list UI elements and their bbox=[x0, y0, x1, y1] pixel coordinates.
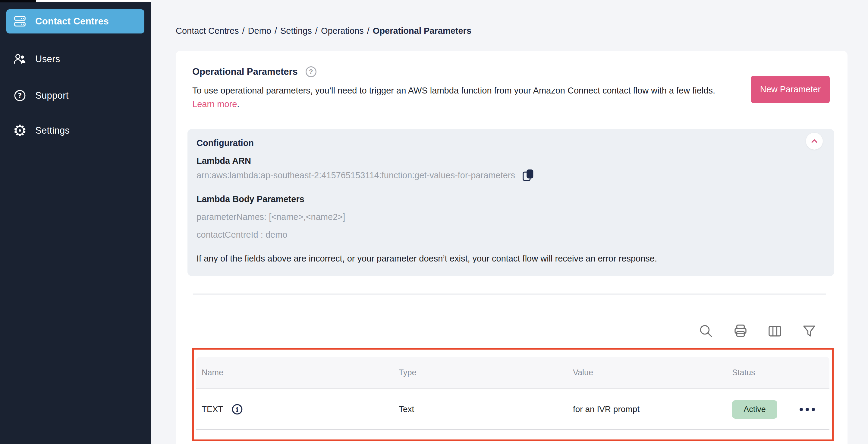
breadcrumb-settings[interactable]: Settings bbox=[280, 26, 312, 36]
main-card: Operational Parameters ? To use operatio… bbox=[176, 51, 847, 444]
column-header-status[interactable]: Status bbox=[732, 368, 830, 377]
top-window-strip bbox=[36, 0, 151, 2]
cell-value: for an IVR prompt bbox=[573, 405, 732, 414]
settings-icon: ⚙ bbox=[13, 124, 27, 138]
chevron-up-icon bbox=[809, 136, 819, 146]
configuration-panel: Configuration Lambda ARN arn:aws:lambda:… bbox=[187, 129, 834, 276]
column-header-type[interactable]: Type bbox=[399, 368, 573, 377]
contact-centre-id-value: contactCentreId : demo bbox=[196, 230, 825, 240]
row-actions-button[interactable] bbox=[797, 405, 818, 414]
parameters-table-highlight: Name Type Value Status TEXT i Text for a… bbox=[192, 348, 834, 441]
cell-name: TEXT i bbox=[202, 403, 399, 415]
svg-text:?: ? bbox=[18, 92, 22, 99]
sidebar-item-label: Users bbox=[35, 54, 60, 64]
breadcrumb-demo[interactable]: Demo bbox=[248, 26, 271, 36]
sidebar-item-label: Contact Centres bbox=[35, 16, 109, 27]
info-button[interactable]: i bbox=[231, 403, 243, 415]
status-badge: Active bbox=[732, 400, 777, 419]
table-row: TEXT i Text for an IVR prompt Active bbox=[196, 389, 830, 429]
copy-icon[interactable] bbox=[522, 168, 535, 182]
columns-icon bbox=[767, 323, 783, 339]
print-button[interactable] bbox=[733, 323, 749, 339]
filter-icon bbox=[801, 323, 817, 339]
parameter-names-value: parameterNames: [<name>,<name2>] bbox=[196, 212, 825, 222]
cell-status: Active bbox=[732, 400, 830, 419]
parameter-name: TEXT bbox=[202, 405, 223, 414]
page-title-row: Operational Parameters ? bbox=[192, 66, 316, 77]
cell-type: Text bbox=[399, 405, 573, 414]
lambda-arn-row: arn:aws:lambda:ap-southeast-2:4157651531… bbox=[196, 168, 825, 182]
column-header-value[interactable]: Value bbox=[573, 368, 732, 377]
lambda-body-parameters-label: Lambda Body Parameters bbox=[196, 194, 825, 204]
breadcrumb: Contact Centres/Demo/Settings/Operations… bbox=[176, 26, 471, 36]
search-button[interactable] bbox=[698, 323, 714, 339]
users-icon bbox=[13, 52, 27, 66]
printer-icon bbox=[733, 323, 749, 339]
lambda-arn-label: Lambda ARN bbox=[196, 156, 825, 166]
contact-centres-icon bbox=[13, 14, 27, 28]
sidebar-item-support[interactable]: ? Support bbox=[6, 84, 144, 108]
configuration-title: Configuration bbox=[196, 138, 825, 148]
lambda-arn-value: arn:aws:lambda:ap-southeast-2:4157651531… bbox=[196, 171, 515, 180]
sidebar-item-label: Support bbox=[35, 90, 69, 101]
breadcrumb-operations[interactable]: Operations bbox=[321, 26, 364, 36]
search-icon bbox=[698, 323, 714, 339]
configuration-error-note: If any of the fields above are incorrect… bbox=[196, 254, 825, 264]
section-divider bbox=[193, 294, 826, 295]
filter-button[interactable] bbox=[801, 323, 817, 339]
top-window-strip-black bbox=[0, 0, 36, 2]
sidebar: Contact Centres Users ? Support ⚙ Settin… bbox=[0, 2, 151, 444]
new-parameter-button[interactable]: New Parameter bbox=[751, 76, 830, 103]
sidebar-item-label: Settings bbox=[35, 125, 70, 136]
column-header-name[interactable]: Name bbox=[202, 368, 399, 377]
breadcrumb-current: Operational Parameters bbox=[373, 26, 471, 36]
sidebar-item-settings[interactable]: ⚙ Settings bbox=[6, 119, 144, 143]
columns-button[interactable] bbox=[767, 323, 783, 339]
page-title: Operational Parameters bbox=[192, 66, 298, 77]
info-icon: i bbox=[231, 403, 243, 415]
help-icon[interactable]: ? bbox=[306, 66, 316, 77]
table-header-row: Name Type Value Status bbox=[196, 357, 830, 389]
learn-more-link[interactable]: Learn more bbox=[192, 99, 237, 109]
svg-text:i: i bbox=[236, 406, 239, 413]
sidebar-item-contact-centres[interactable]: Contact Centres bbox=[6, 9, 144, 33]
support-icon: ? bbox=[13, 89, 27, 102]
row-divider bbox=[196, 429, 830, 430]
table-toolbar bbox=[698, 323, 817, 339]
description-text: To use operational parameters, you’ll ne… bbox=[192, 86, 715, 95]
ellipsis-icon bbox=[800, 408, 803, 411]
collapse-configuration-button[interactable] bbox=[806, 133, 823, 150]
breadcrumb-contact-centres[interactable]: Contact Centres bbox=[176, 26, 239, 36]
page-description: To use operational parameters, you’ll ne… bbox=[192, 84, 738, 111]
sidebar-item-users[interactable]: Users bbox=[6, 47, 144, 71]
